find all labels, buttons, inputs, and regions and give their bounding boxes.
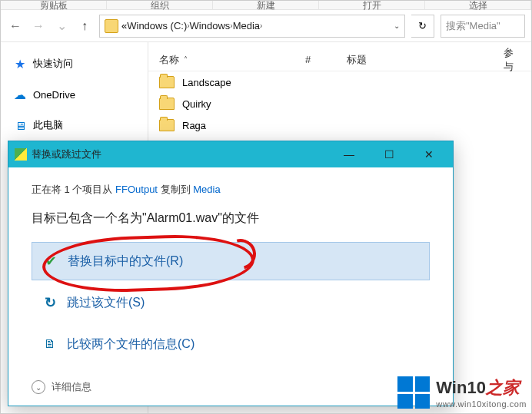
address-bar[interactable]: « Windows (C:) › Windows › Media › ⌄ <box>99 15 405 38</box>
breadcrumb-media[interactable]: Media <box>233 20 260 31</box>
breadcrumb-drive[interactable]: Windows (C:) <box>127 20 187 31</box>
column-headers: 名称 ˄ # 标题 参与 <box>148 48 531 71</box>
back-button[interactable]: ← <box>7 18 24 35</box>
option-replace[interactable]: ✔ 替换目标中的文件(R) <box>32 242 430 280</box>
ribbon-group-organize[interactable]: 组织 <box>107 1 213 10</box>
star-icon: ★ <box>13 57 27 71</box>
sidebar-quick-access[interactable]: ★ 快速访问 <box>8 53 140 75</box>
address-dropdown-icon[interactable]: ⌄ <box>394 22 400 30</box>
ribbon-group-clipboard[interactable]: 剪贴板 <box>1 1 107 10</box>
cloud-icon: ☁ <box>13 88 27 101</box>
breadcrumb-prefix: « <box>121 20 127 31</box>
recent-caret-icon[interactable]: ⌄ <box>53 18 70 35</box>
pc-icon: 🖥 <box>13 118 27 132</box>
folder-icon <box>159 98 175 110</box>
dialog-icon <box>15 148 27 161</box>
search-placeholder: 搜索"Media" <box>446 19 500 33</box>
chevron-right-icon[interactable]: › <box>260 22 262 30</box>
nav-bar: ← → ⌄ ↑ « Windows (C:) › Windows › Media… <box>1 10 531 42</box>
option-compare[interactable]: 🗎 比较两个文件的信息(C) <box>32 325 430 363</box>
column-name[interactable]: 名称 ˄ <box>148 48 294 71</box>
column-title[interactable]: 标题 <box>336 48 493 71</box>
ribbon: 剪贴板 组织 新建 打开 选择 <box>1 1 531 10</box>
check-icon: ✔ <box>43 253 58 269</box>
ribbon-group-select[interactable]: 选择 <box>425 1 531 10</box>
detail-toggle[interactable]: ⌄ 详细信息 <box>32 380 430 394</box>
forward-button[interactable]: → <box>30 18 47 35</box>
chevron-up-icon: ˄ <box>184 55 188 64</box>
dst-link[interactable]: Media <box>193 184 220 195</box>
dialog-titlebar[interactable]: 替换或跳过文件 — ☐ ✕ <box>8 141 453 167</box>
folder-icon <box>159 76 175 88</box>
ribbon-group-new[interactable]: 新建 <box>213 1 319 10</box>
src-link[interactable]: FFOutput <box>115 184 158 195</box>
close-button[interactable]: ✕ <box>411 141 447 167</box>
dialog-status: 正在将 1 个项目从 FFOutput 复制到 Media <box>32 183 430 197</box>
minimize-button[interactable]: — <box>331 141 367 167</box>
conflict-dialog: 替换或跳过文件 — ☐ ✕ 正在将 1 个项目从 FFOutput 复制到 Me… <box>8 141 454 406</box>
ribbon-group-open[interactable]: 打开 <box>319 1 425 10</box>
maximize-button[interactable]: ☐ <box>371 141 407 167</box>
column-hash[interactable]: # <box>294 48 336 71</box>
column-participating[interactable]: 参与 <box>493 48 531 71</box>
sidebar-onedrive[interactable]: ☁ OneDrive <box>8 84 140 105</box>
skip-icon: ↻ <box>42 295 58 310</box>
folder-icon <box>159 119 175 131</box>
refresh-button[interactable]: ↻ <box>411 15 434 38</box>
list-item[interactable]: Landscape <box>148 71 531 93</box>
list-item[interactable]: Quirky <box>148 93 531 114</box>
dialog-title: 替换或跳过文件 <box>32 147 101 161</box>
breadcrumb-windows[interactable]: Windows <box>190 20 231 31</box>
search-input[interactable]: 搜索"Media" <box>441 15 525 38</box>
option-skip[interactable]: ↻ 跳过该文件(S) <box>32 283 430 322</box>
list-item[interactable]: Raga <box>148 114 531 136</box>
up-button[interactable]: ↑ <box>76 18 93 35</box>
chevron-down-icon: ⌄ <box>32 380 45 394</box>
folder-icon <box>105 19 118 33</box>
compare-icon: 🗎 <box>42 336 58 352</box>
sidebar-this-pc[interactable]: 🖥 此电脑 <box>8 114 140 136</box>
dialog-message: 目标已包含一个名为"Alarm01.wav"的文件 <box>32 210 430 227</box>
